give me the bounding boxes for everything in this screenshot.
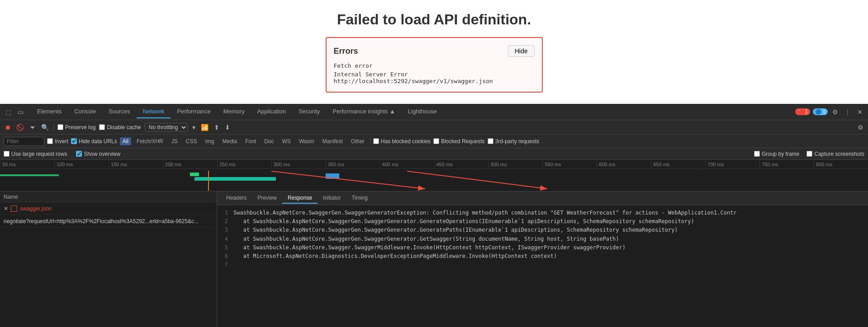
error-box-title: Errors	[334, 47, 358, 56]
settings-icon[interactable]: ⚙	[830, 107, 840, 117]
close-devtools-icon[interactable]: ✕	[855, 107, 864, 117]
more-options-icon[interactable]: ⋮	[843, 107, 853, 117]
filter-css[interactable]: CSS	[183, 137, 200, 145]
clear-button[interactable]: 🚫	[15, 123, 25, 132]
ruler-600ms: 600 ms	[597, 160, 651, 168]
third-party-requests-label[interactable]: 3rd-party requests	[488, 138, 539, 145]
third-party-requests-checkbox[interactable]	[488, 138, 493, 144]
code-line-2: 2 at Swashbuckle.AspNetCore.SwaggerGen.S…	[221, 217, 864, 226]
resp-tab-initiator[interactable]: Initiator	[318, 193, 346, 204]
filter-icon[interactable]: ⏷	[28, 123, 37, 132]
network-conditions-icon[interactable]: 📶	[200, 123, 209, 132]
tab-lighthouse[interactable]: Lighthouse	[402, 105, 443, 118]
filter-img[interactable]: Img	[202, 137, 217, 145]
request-error-icon	[11, 206, 17, 212]
bottom-section: Name ✕ swagger.json negotiate?requestUrl…	[0, 192, 868, 327]
tab-performance[interactable]: Performance	[171, 105, 217, 118]
timeline-bar-cyan	[194, 177, 276, 181]
error-badge: 🔴 1	[795, 108, 810, 115]
separator-2	[370, 138, 370, 145]
ruler-700ms: 700 ms	[705, 160, 759, 168]
network-toolbar: ⏺ 🚫 ⏷ 🔍 Preserve log Disable cache No th…	[0, 120, 868, 135]
throttle-down-icon[interactable]: ▾	[191, 123, 196, 132]
hide-button[interactable]: Hide	[508, 45, 535, 57]
preserve-log-label[interactable]: Preserve log	[57, 124, 95, 131]
request-name-swagger: swagger.json	[20, 206, 52, 212]
tab-application[interactable]: Application	[251, 105, 293, 118]
disable-cache-checkbox[interactable]	[99, 124, 105, 130]
request-item-negotiate[interactable]: negotiate?requestUrl=http%3A%2F%2Flocalh…	[0, 215, 217, 228]
code-line-4: 4 at Swashbuckle.AspNetCore.SwaggerGen.S…	[221, 235, 864, 243]
tab-performance-insights[interactable]: Performance insights ▲	[326, 105, 402, 118]
hide-data-urls-checkbox[interactable]	[71, 138, 77, 144]
has-blocked-cookies-label[interactable]: Has blocked cookies	[373, 138, 431, 145]
request-list: Name ✕ swagger.json negotiate?requestUrl…	[0, 192, 217, 327]
filter-toolbar: Invert Hide data URLs All Fetch/XHR JS C…	[0, 135, 868, 148]
ruler-550ms: 550 ms	[542, 160, 597, 168]
blocked-requests-label[interactable]: Blocked Requests	[433, 138, 485, 145]
resp-tab-response[interactable]: Response	[282, 193, 318, 204]
filter-input[interactable]	[4, 137, 44, 146]
hide-data-urls-label[interactable]: Hide data URLs	[71, 138, 117, 145]
ruler-300ms: 300 ms	[271, 160, 326, 168]
filter-ws[interactable]: WS	[280, 137, 294, 145]
fetch-error-url: Internal Server Error http://localhost:5…	[334, 71, 535, 84]
device-icon[interactable]: ▭	[16, 107, 25, 117]
preserve-log-checkbox[interactable]	[57, 124, 63, 130]
tab-security[interactable]: Security	[292, 105, 326, 118]
filter-wasm[interactable]: Wasm	[296, 137, 317, 145]
filter-font[interactable]: Font	[242, 137, 259, 145]
resp-tab-timing[interactable]: Timing	[346, 193, 373, 204]
filter-other[interactable]: Other	[348, 137, 367, 145]
show-overview-checkbox[interactable]	[76, 151, 82, 157]
filter-fetch-xhr[interactable]: Fetch/XHR	[134, 137, 166, 145]
timeline-bar-orange	[208, 171, 209, 191]
settings-network-icon[interactable]: ⚙	[857, 123, 864, 132]
devtools-panel: ⬚ ▭ Elements Console Sources Network Per…	[0, 104, 868, 327]
tab-sources[interactable]: Sources	[102, 105, 137, 118]
capture-screenshots-checkbox[interactable]	[806, 151, 812, 157]
options-row: Use large request rows Show overview Gro…	[0, 148, 868, 160]
show-overview-label[interactable]: Show overview	[76, 151, 120, 157]
blocked-requests-checkbox[interactable]	[433, 138, 439, 144]
request-name-negotiate: negotiate?requestUrl=http%3A%2F%2Flocalh…	[4, 218, 199, 224]
tab-network[interactable]: Network	[137, 105, 171, 118]
import-icon[interactable]: ⬆	[213, 123, 220, 132]
record-button[interactable]: ⏺	[4, 123, 12, 132]
filter-manifest[interactable]: Manifest	[319, 137, 345, 145]
has-blocked-cookies-checkbox[interactable]	[373, 138, 379, 144]
ruler-400ms: 400 ms	[380, 160, 434, 168]
export-icon[interactable]: ⬇	[224, 123, 231, 132]
code-line-1: 1Swashbuckle.AspNetCore.SwaggerGen.Swagg…	[221, 209, 864, 217]
response-panel: Headers Preview Response Initiator Timin…	[217, 192, 868, 327]
request-close-icon[interactable]: ✕	[4, 206, 8, 212]
ruler-100ms: 100 ms	[54, 160, 109, 168]
filter-all[interactable]: All	[120, 137, 131, 145]
page-title: Failed to load API definition.	[337, 11, 531, 28]
tab-console[interactable]: Console	[68, 105, 102, 118]
devtools-right-icons: 🔴 1 🔵 1 ⚙ ⋮ ✕	[795, 107, 864, 117]
group-by-frame-label[interactable]: Group by frame	[754, 151, 799, 157]
throttle-select[interactable]: No throttling	[145, 123, 188, 132]
large-rows-label[interactable]: Use large request rows	[4, 151, 67, 157]
capture-screenshots-label[interactable]: Capture screenshots	[806, 151, 864, 157]
invert-checkbox-label[interactable]: Invert	[47, 138, 68, 145]
invert-checkbox[interactable]	[47, 138, 53, 144]
filter-media[interactable]: Media	[219, 137, 240, 145]
tab-memory[interactable]: Memory	[217, 105, 251, 118]
inspect-icon[interactable]: ⬚	[4, 107, 13, 117]
filter-doc[interactable]: Doc	[261, 137, 276, 145]
devtools-icons: ⬚ ▭	[4, 107, 25, 117]
tab-elements[interactable]: Elements	[31, 105, 68, 118]
disable-cache-label[interactable]: Disable cache	[99, 124, 141, 131]
request-item-swagger[interactable]: ✕ swagger.json	[0, 202, 217, 215]
search-icon[interactable]: 🔍	[40, 123, 50, 132]
large-rows-checkbox[interactable]	[4, 151, 9, 157]
response-content[interactable]: 1Swashbuckle.AspNetCore.SwaggerGen.Swagg…	[217, 205, 868, 327]
resp-tab-headers[interactable]: Headers	[221, 193, 252, 204]
group-by-frame-checkbox[interactable]	[754, 151, 760, 157]
main-content: Failed to load API definition. Errors Hi…	[0, 0, 868, 104]
resp-tab-preview[interactable]: Preview	[252, 193, 282, 204]
filter-js[interactable]: JS	[169, 137, 180, 145]
code-line-3: 3 at Swashbuckle.AspNetCore.SwaggerGen.S…	[221, 226, 864, 234]
